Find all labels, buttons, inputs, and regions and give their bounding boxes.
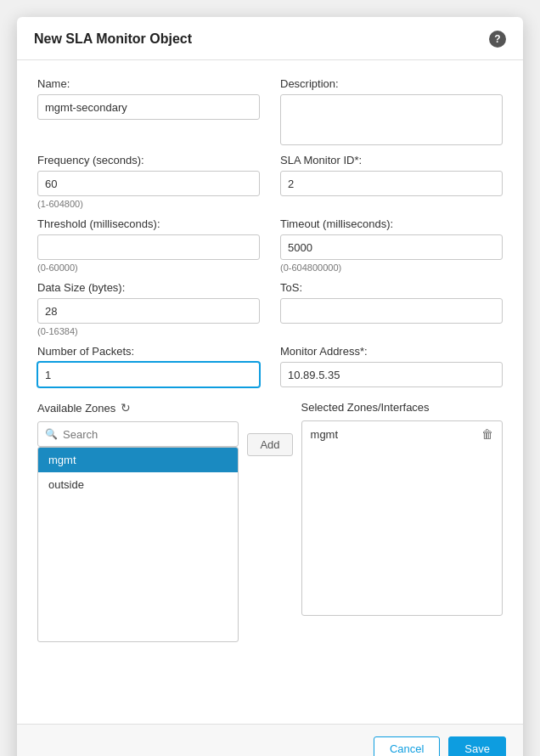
threshold-label: Threshold (milliseconds):: [37, 217, 260, 230]
list-item: mgmt 🗑: [302, 421, 502, 447]
timeout-input[interactable]: [280, 234, 503, 260]
selected-zones-panel: Selected Zones/Interfaces mgmt 🗑: [301, 401, 503, 616]
threshold-hint: (0-60000): [37, 262, 260, 273]
name-label: Name:: [37, 77, 260, 90]
refresh-icon[interactable]: ↻: [121, 401, 131, 415]
search-input[interactable]: [63, 428, 231, 441]
sla-monitor-id-group: SLA Monitor ID*:: [280, 154, 503, 209]
zones-section: Available Zones ↻ 🔍 mgmt outside Add Sel…: [37, 401, 503, 642]
monitor-address-label: Monitor Address*:: [280, 345, 503, 358]
timeout-hint: (0-604800000): [280, 262, 503, 273]
num-packets-group: Number of Packets:: [37, 345, 260, 387]
add-button-container: Add: [247, 401, 292, 456]
frequency-hint: (1-604800): [37, 199, 260, 209]
delete-icon[interactable]: 🗑: [481, 427, 493, 441]
name-group: Name:: [37, 77, 260, 145]
dialog-footer: Cancel Save: [17, 724, 523, 756]
available-zones-panel: Available Zones ↻ 🔍 mgmt outside: [37, 401, 239, 642]
data-size-input[interactable]: [37, 298, 260, 324]
form-grid-top: Name: Description: Frequency (seconds): …: [37, 77, 503, 396]
frequency-input[interactable]: [37, 171, 260, 196]
data-size-label: Data Size (bytes):: [37, 281, 260, 294]
tos-group: ToS:: [280, 281, 503, 336]
num-packets-input[interactable]: [37, 362, 260, 387]
save-button[interactable]: Save: [448, 736, 506, 756]
num-packets-label: Number of Packets:: [37, 345, 260, 358]
frequency-group: Frequency (seconds): (1-604800): [37, 154, 260, 209]
list-item[interactable]: outside: [38, 472, 238, 497]
description-group: Description:: [280, 77, 503, 145]
new-sla-monitor-dialog: New SLA Monitor Object ? Name: Descripti…: [17, 17, 523, 756]
cancel-button[interactable]: Cancel: [374, 736, 440, 756]
data-size-group: Data Size (bytes): (0-16384): [37, 281, 260, 336]
available-zones-list: mgmt outside: [37, 447, 239, 642]
help-icon[interactable]: ?: [489, 31, 506, 48]
dialog-header: New SLA Monitor Object ?: [17, 17, 523, 60]
description-input[interactable]: [280, 94, 503, 145]
search-icon: 🔍: [45, 428, 58, 440]
description-label: Description:: [280, 77, 503, 90]
available-zones-label: Available Zones ↻: [37, 401, 239, 415]
data-size-hint: (0-16384): [37, 326, 260, 336]
selected-zones-list: mgmt 🗑: [301, 420, 503, 616]
timeout-group: Timeout (milliseconds): (0-604800000): [280, 217, 503, 273]
selected-zones-label: Selected Zones/Interfaces: [301, 401, 503, 414]
selected-zone-name: mgmt: [311, 428, 339, 441]
threshold-input[interactable]: [37, 234, 260, 260]
tos-input[interactable]: [280, 298, 503, 324]
sla-monitor-id-label: SLA Monitor ID*:: [280, 154, 503, 166]
frequency-label: Frequency (seconds):: [37, 154, 260, 166]
dialog-title: New SLA Monitor Object: [34, 31, 192, 47]
timeout-label: Timeout (milliseconds):: [280, 217, 503, 230]
add-button[interactable]: Add: [247, 433, 292, 456]
tos-label: ToS:: [280, 281, 503, 294]
dialog-body: Name: Description: Frequency (seconds): …: [17, 60, 523, 724]
sla-monitor-id-input[interactable]: [280, 171, 503, 196]
search-box: 🔍: [37, 421, 239, 447]
monitor-address-input[interactable]: [280, 362, 503, 387]
monitor-address-group: Monitor Address*:: [280, 345, 503, 387]
name-input[interactable]: [37, 94, 260, 120]
list-item[interactable]: mgmt: [38, 448, 238, 472]
threshold-group: Threshold (milliseconds): (0-60000): [37, 217, 260, 273]
